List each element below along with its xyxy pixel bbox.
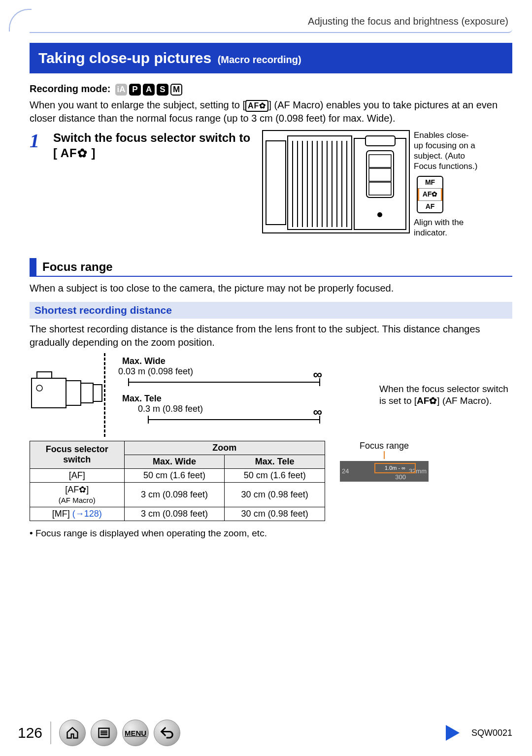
page-number: 126 [18, 724, 42, 741]
table-row: [AF✿] (AF Macro) 3 cm (0.098 feet) 30 cm… [30, 482, 325, 507]
svg-rect-23 [66, 381, 81, 405]
focus-range-body: When a subject is too close to the camer… [30, 282, 512, 295]
svg-point-26 [36, 385, 42, 391]
camera-switch-illustration [262, 130, 410, 233]
focus-range-preview: Focus range 24 1.0m - ∞ 300 32mm [340, 441, 429, 482]
switch-pos-mf: MF [418, 177, 442, 189]
breadcrumb: Adjusting the focus and brightness (expo… [30, 14, 512, 33]
svg-rect-22 [37, 372, 52, 378]
back-icon[interactable] [154, 720, 180, 746]
svg-rect-24 [81, 383, 93, 403]
title-main: Taking close-up pictures [38, 50, 211, 66]
focus-range-heading: Focus range [30, 258, 512, 277]
table-cell: 30 cm (0.98 feet) [225, 482, 325, 507]
mode-icon-m: M [170, 84, 182, 96]
table-header-zoom: Zoom [124, 441, 325, 455]
table-cell: [AF] [30, 468, 125, 482]
switch-desc-top: Enables close-up focusing on a subject. … [414, 130, 478, 172]
range-lines: Max. Wide 0.03 m (0.098 feet) ∞ Max. Tel… [113, 356, 374, 431]
max-tele-label: Max. Tele [122, 394, 320, 404]
mode-icons: iA P A S M [115, 84, 182, 96]
menu-icon[interactable]: MENU [122, 720, 149, 746]
section-title-bar: Taking close-up pictures (Macro recordin… [30, 43, 512, 73]
focus-range-value: 1.0m - ∞ [374, 463, 416, 473]
step-1-row: 1 Switch the focus selector switch to [ … [30, 130, 512, 238]
infinity-icon: ∞ [313, 367, 322, 382]
list-icon[interactable] [91, 720, 117, 746]
svg-rect-15 [366, 136, 395, 146]
home-icon[interactable] [59, 720, 86, 746]
focus-range-preview-label: Focus range [360, 441, 409, 451]
step-illustration-area: Enables close-up focusing on a subject. … [262, 130, 512, 238]
shortest-distance-heading: Shortest recording distance [30, 302, 512, 319]
recording-mode-label: Recording mode: [30, 83, 110, 94]
switch-pos-af: AF [418, 201, 442, 213]
table-cell: 50 cm (1.6 feet) [124, 468, 225, 482]
svg-rect-0 [266, 141, 286, 225]
switch-pos-afmacro: AF✿ [418, 189, 442, 201]
mode-icon-a: A [143, 84, 155, 96]
camera-side-illustration [30, 356, 108, 430]
svg-rect-18 [369, 168, 391, 181]
step-text: Switch the focus selector switch to [ AF… [53, 130, 253, 238]
document-id: SQW0021 [471, 728, 512, 738]
step-number: 1 [30, 130, 44, 238]
mode-icon-s: S [157, 84, 168, 96]
focus-distance-table: Focus selector switch Zoom Max. Wide Max… [30, 441, 325, 521]
next-page-arrow-icon[interactable] [446, 725, 460, 741]
focus-range-display: 24 1.0m - ∞ 300 32mm [340, 461, 429, 482]
infinity-icon: ∞ [313, 404, 322, 420]
table-cell: [MF] (→128) [30, 507, 125, 521]
intro-paragraph: When you want to enlarge the subject, se… [30, 99, 512, 125]
max-tele-value: 0.3 m (0.98 feet) [138, 404, 320, 414]
range-note: When the focus selector switch is set to… [379, 356, 512, 407]
intro-before: When you want to enlarge the subject, se… [30, 99, 245, 110]
table-cell: 30 cm (0.98 feet) [225, 507, 325, 521]
table-cell: 50 cm (1.6 feet) [225, 468, 325, 482]
table-header-switch: Focus selector switch [30, 441, 125, 468]
table-header-tele: Max. Tele [225, 455, 325, 468]
max-wide-label: Max. Wide [122, 356, 320, 366]
svg-rect-19 [369, 182, 391, 195]
af-macro-icon: AF✿ [417, 395, 437, 406]
bullet-note: • Focus range is displayed when operatin… [30, 528, 512, 539]
title-sub: (Macro recording) [218, 54, 301, 65]
manual-page: Adjusting the focus and brightness (expo… [0, 0, 532, 756]
range-diagram: Max. Wide 0.03 m (0.098 feet) ∞ Max. Tel… [30, 356, 512, 431]
svg-rect-25 [93, 385, 102, 401]
mode-icon-ia: iA [115, 84, 127, 96]
svg-point-20 [377, 212, 382, 217]
switch-positions-graphic: MF AF✿ AF [417, 176, 443, 214]
recording-mode-line: Recording mode: iA P A S M [30, 83, 512, 96]
table-header-wide: Max. Wide [124, 455, 225, 468]
table-cell: [AF✿] (AF Macro) [30, 482, 125, 507]
svg-rect-21 [32, 378, 66, 408]
table-row: [AF] 50 cm (1.6 feet) 50 cm (1.6 feet) [30, 468, 325, 482]
af-macro-icon: AF✿ [245, 100, 268, 112]
table-row: [MF] (→128) 3 cm (0.098 feet) 30 cm (0.9… [30, 507, 325, 521]
svg-rect-17 [369, 155, 391, 167]
af-macro-icon: AF✿ [57, 146, 91, 160]
corner-decoration [9, 9, 32, 32]
table-cell: 3 cm (0.098 feet) [124, 482, 225, 507]
switch-description-column: Enables close-up focusing on a subject. … [414, 130, 478, 238]
page-footer: 126 MENU SQW0021 [18, 720, 512, 746]
shortest-distance-body: The shortest recording distance is the d… [30, 323, 512, 349]
max-wide-value: 0.03 m (0.098 feet) [118, 366, 320, 377]
switch-desc-bottom: Align with the indicator. [414, 217, 478, 238]
focus-table-area: Focus selector switch Zoom Max. Wide Max… [30, 441, 512, 521]
mode-icon-p: P [129, 84, 141, 96]
page-link[interactable]: (→128) [72, 509, 102, 519]
table-cell: 3 cm (0.098 feet) [124, 507, 225, 521]
